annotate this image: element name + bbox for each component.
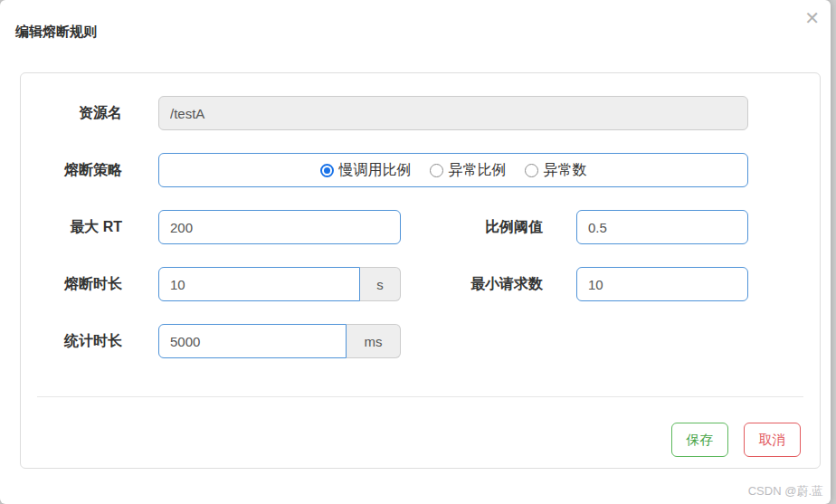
- milliseconds-unit-addon: ms: [347, 324, 401, 358]
- radio-checked-icon: [320, 164, 334, 177]
- radio-exception-ratio[interactable]: 异常比例: [430, 161, 507, 180]
- form-panel: 资源名 熔断策略 慢调用比例 异常比例 异常数: [20, 72, 821, 469]
- row-strategy: 熔断策略 慢调用比例 异常比例 异常数: [21, 153, 820, 187]
- row-maxrt-threshold: 最大 RT 比例阈值: [21, 210, 820, 244]
- seconds-unit-addon: s: [360, 267, 401, 301]
- break-duration-group: s: [158, 267, 401, 301]
- radio-label: 异常数: [544, 161, 587, 180]
- dialog-title: 编辑熔断规则: [15, 24, 97, 41]
- ratio-threshold-input[interactable]: [576, 210, 748, 244]
- radio-slow-call-ratio[interactable]: 慢调用比例: [320, 161, 412, 180]
- stat-duration-group: ms: [158, 324, 401, 358]
- cancel-button[interactable]: 取消: [744, 423, 801, 457]
- max-rt-input[interactable]: [158, 210, 401, 244]
- radio-unchecked-icon: [525, 164, 538, 177]
- resource-label: 资源名: [21, 104, 122, 123]
- close-icon[interactable]: ✕: [804, 9, 820, 27]
- edit-degrade-rule-dialog: 编辑熔断规则 ✕ 资源名 熔断策略 慢调用比例 异常比例: [0, 0, 831, 504]
- min-requests-label: 最小请求数: [401, 275, 543, 294]
- dialog-footer: 保存 取消: [21, 423, 820, 457]
- row-duration-minrequests: 熔断时长 s 最小请求数: [21, 267, 820, 301]
- break-duration-input[interactable]: [158, 267, 360, 301]
- row-stat-duration: 统计时长 ms: [21, 324, 820, 358]
- radio-unchecked-icon: [430, 164, 443, 177]
- strategy-radio-group: 慢调用比例 异常比例 异常数: [158, 153, 748, 187]
- row-resource: 资源名: [21, 96, 820, 130]
- break-duration-label: 熔断时长: [21, 275, 122, 294]
- min-requests-input[interactable]: [576, 267, 748, 301]
- footer-divider: [37, 396, 803, 397]
- radio-exception-count[interactable]: 异常数: [525, 161, 587, 180]
- radio-label: 慢调用比例: [339, 161, 412, 180]
- stat-duration-label: 统计时长: [21, 332, 122, 351]
- csdn-watermark: CSDN @蔚.蓝: [748, 483, 823, 499]
- stat-duration-input[interactable]: [158, 324, 347, 358]
- ratio-threshold-label: 比例阈值: [401, 218, 543, 237]
- strategy-label: 熔断策略: [21, 161, 122, 180]
- dialog-header: 编辑熔断规则 ✕: [0, 0, 831, 58]
- resource-input: [158, 96, 748, 130]
- save-button[interactable]: 保存: [671, 423, 728, 457]
- max-rt-label: 最大 RT: [21, 218, 122, 237]
- radio-label: 异常比例: [449, 161, 507, 180]
